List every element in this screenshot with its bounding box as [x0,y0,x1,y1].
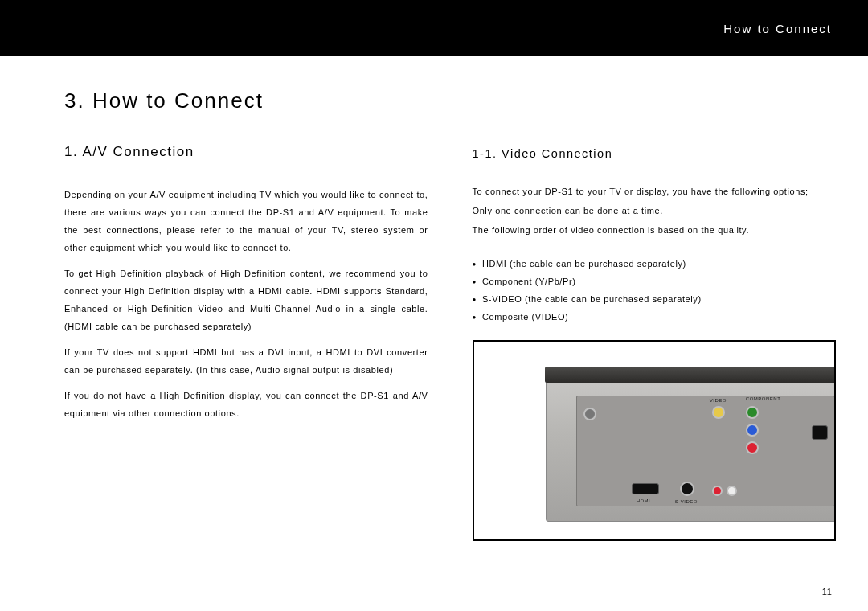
right-column: 1-1. Video Connection To connect your DP… [473,144,837,541]
av-para-3: If your TV does not support HDMI but has… [64,343,428,379]
device-top-edge [545,367,836,383]
list-item: HDMI (the cable can be purchased separat… [473,255,837,273]
device-rear-figure: HDMI S-VIDEO VIDEO COMPONENT [473,340,837,541]
component-label: COMPONENT [746,396,781,401]
av-para-4: If you do not have a High Definition dis… [64,387,428,422]
svideo-port-icon [680,482,694,496]
chapter-title: 3. How to Connect [64,88,836,113]
audio-r-port-icon [712,486,723,496]
two-column-layout: 1. A/V Connection Depending on your A/V … [64,144,836,541]
video-connection-heading: 1-1. Video Connection [473,147,837,160]
list-item: Component (Y/Pb/Pr) [473,273,837,290]
video-intro-3: The following order of video connection … [473,221,837,239]
hdmi-port-icon [632,483,659,494]
running-header: How to Connect [0,0,868,56]
component-pb-port-icon [746,424,759,437]
device-body: HDMI S-VIDEO VIDEO COMPONENT [546,374,836,522]
coax-port-icon [583,408,596,420]
av-para-1: Depending on your A/V equipment includin… [64,186,428,256]
lan-port-icon [812,425,828,440]
audio-l-port-icon [727,486,737,496]
video-options-list: HDMI (the cable can be purchased separat… [473,255,837,326]
left-column: 1. A/V Connection Depending on your A/V … [64,144,428,541]
composite-port-icon [712,406,725,419]
page-body: 3. How to Connect 1. A/V Connection Depe… [0,56,868,611]
av-connection-heading: 1. A/V Connection [64,144,428,160]
svideo-label: S-VIDEO [675,499,698,504]
video-label: VIDEO [710,398,727,403]
list-item: Composite (VIDEO) [473,308,837,326]
device-backplate: HDMI S-VIDEO VIDEO COMPONENT [576,396,835,506]
list-item: S-VIDEO (the cable can be purchased sepa… [473,290,837,308]
component-y-port-icon [746,406,759,419]
av-para-2: To get High Definition playback of High … [64,264,428,335]
video-intro-1: To connect your DP-S1 to your TV or disp… [473,182,837,200]
running-title: How to Connect [723,22,832,35]
hdmi-label: HDMI [637,498,650,503]
component-pr-port-icon [746,441,759,454]
video-intro-2: Only one connection can be done at a tim… [473,202,837,219]
page-number: 11 [822,587,832,597]
